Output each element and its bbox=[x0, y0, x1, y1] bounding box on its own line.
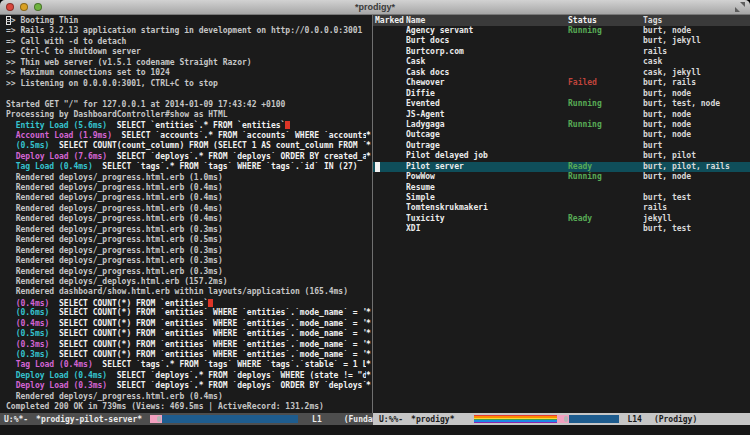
service-row[interactable]: Cask docscask, jekyll bbox=[373, 68, 750, 78]
log-text-segment: SELECT COUNT(*) FROM `entities` WHERE `e… bbox=[49, 308, 366, 317]
minimize-button[interactable] bbox=[20, 3, 28, 11]
log-line: Processing by DashboardController#show a… bbox=[6, 110, 372, 120]
service-tags: burt, node bbox=[643, 26, 750, 36]
log-text-segment: >> Maximum connections set to 1024 bbox=[6, 68, 170, 77]
service-name: XDI bbox=[406, 224, 568, 234]
service-tags: burt, pilot bbox=[643, 151, 750, 161]
service-row[interactable]: Caskcask bbox=[373, 57, 750, 67]
log-line: Deploy Load (0.4ms) SELECT `deploys`.* F… bbox=[6, 371, 372, 381]
close-button[interactable] bbox=[6, 3, 14, 11]
major-mode: (Prodigy) bbox=[654, 415, 697, 424]
service-name: Agency servant bbox=[406, 26, 568, 36]
echo-area[interactable] bbox=[0, 425, 750, 435]
header-tags: Tags bbox=[643, 15, 750, 26]
log-line-text: => Ctrl-C to shutdown server bbox=[6, 47, 372, 57]
marked-cell bbox=[373, 36, 406, 46]
log-text-segment: Rendered deploys/_progress.html.erb (0.3… bbox=[6, 225, 223, 234]
service-row[interactable]: JS-Agentburt, node bbox=[373, 110, 750, 120]
log-line: Rendered deploys/_progress.html.erb (0.4… bbox=[6, 183, 372, 193]
marked-cell bbox=[373, 224, 406, 234]
service-row[interactable]: Agency servantRunningburt, node bbox=[373, 26, 750, 36]
service-tags: burt, node bbox=[643, 120, 750, 130]
log-line: Rendered dashboard/show.html.erb within … bbox=[6, 287, 372, 297]
service-tags: burt, jekyll bbox=[643, 36, 750, 46]
log-line: Rendered deploys/_progress.html.erb (1.0… bbox=[6, 173, 372, 183]
service-tags: burt, test bbox=[643, 224, 750, 234]
log-line-text: => Call with -d to detach bbox=[6, 37, 372, 47]
log-line-text: (0.5ms) SELECT COUNT(count_column) FROM … bbox=[6, 141, 366, 151]
log-line: Rendered deploys/_progress.html.erb (0.3… bbox=[6, 267, 372, 277]
log-text-segment bbox=[6, 141, 16, 150]
service-row[interactable]: EventedRunningburt, test, node bbox=[373, 99, 750, 109]
log-line-text: Rendered deploys/_deploys.html.erb (157.… bbox=[6, 277, 372, 287]
service-row[interactable]: Tomtenskrukmakerirails bbox=[373, 203, 750, 213]
marked-cell bbox=[373, 183, 406, 193]
log-text-segment: SELECT `deploys`.* FROM `deploys` WHERE … bbox=[107, 371, 366, 380]
log-text-segment: Rendered deploys/_progress.html.erb (0.4… bbox=[6, 204, 223, 213]
log-line-text: (0.3ms) SELECT COUNT(*) FROM `entities` … bbox=[6, 340, 366, 350]
log-text-segment: SELECT COUNT(*) FROM `entities` WHERE `e… bbox=[49, 329, 366, 338]
log-text-segment bbox=[6, 319, 16, 328]
log-text-segment: Tag Load (0.4ms) bbox=[16, 162, 93, 171]
terminal-window: *prodigy* => Booting Thin=> Rails 3.2.13… bbox=[0, 0, 750, 435]
service-row[interactable]: Pilot serverReadyburt, pilot, rails bbox=[373, 162, 750, 172]
service-row[interactable]: XDIburt, test bbox=[373, 224, 750, 234]
status-badge bbox=[568, 89, 643, 99]
status-badge bbox=[568, 130, 643, 140]
service-row[interactable]: TuxicityReadyjekyll bbox=[373, 214, 750, 224]
log-text-segment bbox=[6, 162, 16, 171]
marked-cell bbox=[373, 120, 406, 130]
service-tags: rails bbox=[643, 203, 750, 213]
service-name: Diffie bbox=[406, 89, 568, 99]
rails-log-pane[interactable]: => Booting Thin=> Rails 3.2.13 applicati… bbox=[0, 15, 372, 413]
zoom-button[interactable] bbox=[34, 3, 42, 11]
service-tags: jekyll bbox=[643, 214, 750, 224]
service-tags: rails bbox=[643, 47, 750, 57]
log-line: => Rails 3.2.13 application starting in … bbox=[6, 26, 372, 36]
title-bar[interactable]: *prodigy* bbox=[0, 0, 750, 15]
log-text-segment: Account Load (1.9ms) bbox=[16, 131, 112, 140]
service-row[interactable]: Burt docsburt, jekyll bbox=[373, 36, 750, 46]
service-tags bbox=[643, 183, 750, 193]
left-modeline: U:%*- *prodigy-pilot-server* L1 (Fundame… bbox=[0, 413, 373, 425]
log-line: => Call with -d to detach bbox=[6, 37, 372, 47]
service-row[interactable]: PowWowRunningburt, node bbox=[373, 172, 750, 182]
log-line: Rendered deploys/_progress.html.erb (0.3… bbox=[6, 246, 372, 256]
marked-cell bbox=[373, 57, 406, 67]
marked-cell bbox=[373, 162, 406, 172]
service-row[interactable]: Outrageburt bbox=[373, 141, 750, 151]
buffer-name: *prodigy* bbox=[411, 415, 454, 424]
log-line: (0.4ms) SELECT COUNT(*) FROM `entities` bbox=[6, 298, 372, 308]
log-line-text: Account Load (1.9ms) SELECT `accounts`.*… bbox=[6, 131, 366, 141]
service-row[interactable]: Resume bbox=[373, 183, 750, 193]
emacs-frame: => Booting Thin=> Rails 3.2.13 applicati… bbox=[0, 15, 750, 435]
log-text-segment: Processing by DashboardController#show a… bbox=[6, 110, 228, 119]
service-row[interactable]: ChewoverFailedburt, rails bbox=[373, 78, 750, 88]
log-line-text: >> Maximum connections set to 1024 bbox=[6, 68, 372, 78]
log-text-segment bbox=[6, 131, 16, 140]
service-tags: burt, rails bbox=[643, 78, 750, 88]
log-text-segment: Rendered deploys/_progress.html.erb (0.3… bbox=[6, 256, 223, 265]
log-line-text: Rendered deploys/_progress.html.erb (1.0… bbox=[6, 173, 372, 183]
prodigy-services-pane[interactable]: Marked Name Status Tags Agency servantRu… bbox=[373, 15, 750, 413]
log-line-text: Rendered deploys/_progress.html.erb (0.3… bbox=[6, 225, 372, 235]
log-text-segment: Rendered deploys/_progress.html.erb (0.4… bbox=[6, 183, 223, 192]
marked-cell bbox=[373, 110, 406, 120]
service-row[interactable]: Pilot delayed jobburt, pilot bbox=[373, 151, 750, 161]
fullscreen-icon[interactable] bbox=[735, 2, 745, 12]
marked-cell bbox=[373, 78, 406, 88]
log-text-segment bbox=[6, 340, 16, 349]
service-row[interactable]: Diffieburt, node bbox=[373, 89, 750, 99]
service-row[interactable]: Burtcorp.comrails bbox=[373, 47, 750, 57]
log-line bbox=[6, 89, 372, 99]
service-row[interactable]: LadygagaRunningburt, node bbox=[373, 120, 750, 130]
service-row[interactable]: Simpleburt, test bbox=[373, 193, 750, 203]
log-text-segment: SELECT `tags`.* FROM `tags` WHERE `tags`… bbox=[93, 360, 366, 369]
log-line-text: Rendered deploys/_progress.html.erb (0.3… bbox=[6, 256, 372, 266]
service-row[interactable]: Outcageburt, node bbox=[373, 130, 750, 140]
log-line: >> Maximum connections set to 1024 bbox=[6, 68, 372, 78]
status-badge: Running bbox=[568, 172, 643, 182]
log-text-segment: => Call with -d to detach bbox=[6, 37, 126, 46]
marked-cell bbox=[373, 99, 406, 109]
status-badge bbox=[568, 141, 643, 151]
